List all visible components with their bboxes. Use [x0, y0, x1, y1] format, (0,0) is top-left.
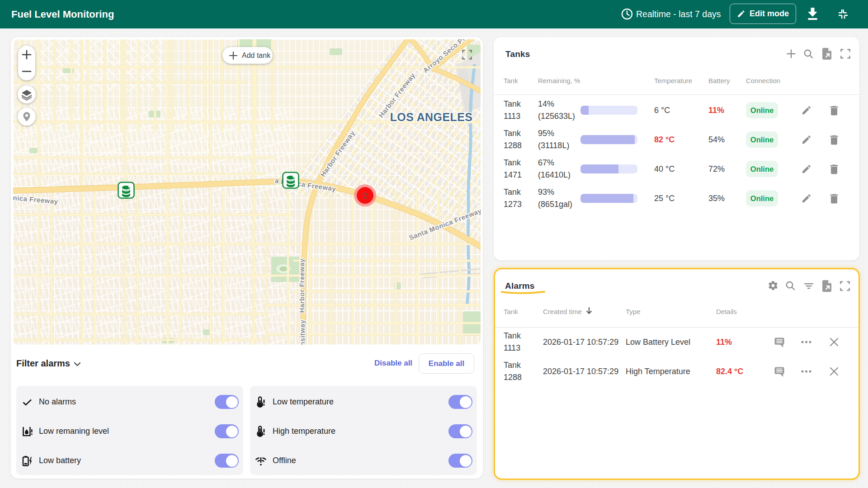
svg-text:Harbor Freeway: Harbor Freeway [298, 258, 306, 313]
svg-text:LOS ANGELES: LOS ANGELES [390, 111, 473, 123]
svg-text:Harbor Transitway: Harbor Transitway [298, 319, 306, 345]
svg-text:2: 2 [363, 192, 367, 200]
